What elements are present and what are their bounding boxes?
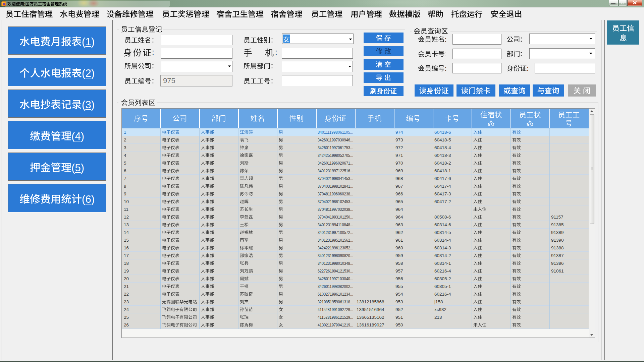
- svg-text:4115281986121529...: 4115281986121529...: [318, 315, 353, 320]
- svg-text::: :: [24, 2, 25, 7]
- svg-text:3424221996123052...: 3424221996123052...: [318, 245, 353, 250]
- svg-text:60314-2: 60314-2: [434, 253, 451, 258]
- svg-text:91390: 91390: [551, 238, 564, 243]
- svg-text:3401231998010348...: 3401231998010348...: [318, 261, 353, 266]
- svg-text:974: 974: [395, 130, 403, 135]
- svg-text:60418-1: 60418-1: [434, 168, 451, 173]
- svg-text:13812185868: 13812185868: [357, 299, 384, 304]
- svg-text:91389: 91389: [551, 230, 564, 235]
- svg-text:91388: 91388: [551, 245, 564, 250]
- svg-text:972: 972: [395, 145, 403, 150]
- svg-text:958: 958: [395, 261, 403, 266]
- svg-text:969: 969: [395, 168, 403, 173]
- svg-text:60418-2: 60418-2: [434, 161, 451, 166]
- svg-text:3401231995101562...: 3401231995101562...: [318, 238, 353, 243]
- svg-text:13665135162: 13665135162: [357, 315, 384, 320]
- svg-text:956: 956: [395, 276, 403, 281]
- svg-text:1: 1: [124, 130, 126, 135]
- svg-text:3704031998102841...: 3704031998102841...: [318, 184, 353, 189]
- svg-text:966: 966: [395, 191, 403, 196]
- svg-text::: :: [445, 36, 447, 43]
- svg-text:60216-4: 60216-4: [434, 268, 451, 274]
- svg-text:13: 13: [124, 222, 129, 227]
- svg-text:973: 973: [395, 137, 403, 142]
- svg-text:15: 15: [124, 238, 129, 243]
- svg-text:975: 975: [163, 76, 175, 85]
- svg-text:60314-6: 60314-6: [434, 222, 451, 227]
- svg-text:(3): (3): [82, 99, 95, 111]
- svg-text:213: 213: [434, 315, 442, 320]
- svg-text:21: 21: [124, 284, 129, 289]
- svg-text::: :: [152, 48, 154, 57]
- svg-text:91386: 91386: [551, 261, 564, 266]
- svg-text:3704021988102453...: 3704021988102453...: [318, 199, 353, 204]
- svg-text:91387: 91387: [551, 253, 564, 258]
- svg-text:60314-4: 60314-4: [434, 238, 451, 243]
- svg-text::: :: [527, 65, 529, 72]
- svg-text:17: 17: [124, 253, 129, 258]
- svg-text:60314-3: 60314-3: [434, 245, 451, 250]
- svg-text:91385: 91385: [551, 222, 564, 227]
- svg-text::: :: [275, 48, 277, 57]
- svg-text:965: 965: [395, 199, 403, 204]
- svg-text::: :: [445, 50, 447, 58]
- svg-text:60417-3: 60417-3: [434, 191, 451, 196]
- svg-text:959: 959: [395, 253, 403, 258]
- svg-text:(6): (6): [82, 193, 95, 205]
- svg-text:3: 3: [124, 145, 126, 150]
- svg-text:3210851959061318...: 3210851959061318...: [318, 299, 353, 304]
- svg-text:9: 9: [124, 191, 126, 196]
- svg-text:60417-4: 60417-4: [434, 184, 451, 189]
- svg-text:24: 24: [124, 307, 129, 312]
- svg-text:962: 962: [395, 230, 403, 235]
- svg-text:955: 955: [395, 284, 403, 289]
- svg-text:60418-3: 60418-3: [434, 153, 451, 158]
- svg-text:xc932: xc932: [434, 307, 446, 312]
- svg-text:13951516364: 13951516364: [357, 307, 384, 312]
- svg-text:60314-5: 60314-5: [434, 230, 451, 235]
- svg-text:3401231994110848...: 3401231994110848...: [318, 222, 353, 227]
- svg-text:18: 18: [124, 261, 129, 266]
- svg-text:26: 26: [124, 322, 129, 327]
- svg-text:964: 964: [395, 207, 403, 212]
- svg-text:3704041993101250...: 3704041993101250...: [318, 215, 353, 220]
- svg-text:7: 7: [124, 176, 126, 181]
- svg-text:3426011997103040...: 3426011997103040...: [318, 276, 353, 281]
- svg-text:91061: 91061: [551, 268, 564, 274]
- svg-text:11: 11: [124, 207, 128, 212]
- svg-text:3426011997030946...: 3426011997030946...: [318, 137, 353, 142]
- svg-text:3704811996060238...: 3704811996060238...: [318, 191, 353, 196]
- svg-text:953: 953: [395, 299, 403, 304]
- svg-text:954: 954: [395, 292, 403, 297]
- svg-text:12: 12: [124, 215, 129, 220]
- svg-text:23: 23: [124, 299, 129, 304]
- svg-text:13616189027: 13616189027: [357, 322, 384, 327]
- svg-text:3401231997100572...: 3401231997100572...: [318, 230, 353, 235]
- svg-text:4130211979041219...: 4130211979041219...: [318, 322, 353, 327]
- svg-text:970: 970: [395, 161, 403, 166]
- svg-text:60417-2: 60417-2: [434, 199, 451, 204]
- svg-text:961: 961: [395, 238, 403, 243]
- svg-text:967: 967: [395, 184, 403, 189]
- svg-text:5: 5: [124, 161, 126, 166]
- svg-text:j158: j158: [434, 299, 443, 304]
- svg-text:60417-6: 60417-6: [434, 176, 451, 181]
- svg-text:16: 16: [124, 245, 129, 250]
- svg-text:60314-1: 60314-1: [434, 261, 451, 266]
- svg-text:3401231997122516...: 3401231997122516...: [318, 168, 353, 173]
- svg-text:60305-1: 60305-1: [434, 284, 451, 289]
- svg-text:20: 20: [124, 276, 129, 281]
- svg-text:3401231998090820...: 3401231998090820...: [318, 253, 353, 258]
- svg-text:8: 8: [124, 184, 126, 189]
- svg-text:3704021998041453...: 3704021998041453...: [318, 176, 353, 181]
- svg-text:60418-4: 60418-4: [434, 145, 451, 150]
- svg-text:3426011997061753...: 3426011997061753...: [318, 145, 353, 150]
- svg-text:957: 957: [395, 268, 403, 274]
- svg-text:(2): (2): [82, 67, 95, 79]
- svg-text:6227261994121530...: 6227261994121530...: [318, 268, 353, 274]
- svg-text:25: 25: [124, 315, 129, 320]
- svg-text:3704811997032038...: 3704811997032038...: [318, 207, 353, 212]
- svg-text:960: 960: [395, 245, 403, 250]
- svg-text::: :: [445, 65, 447, 72]
- svg-text:2: 2: [124, 137, 126, 142]
